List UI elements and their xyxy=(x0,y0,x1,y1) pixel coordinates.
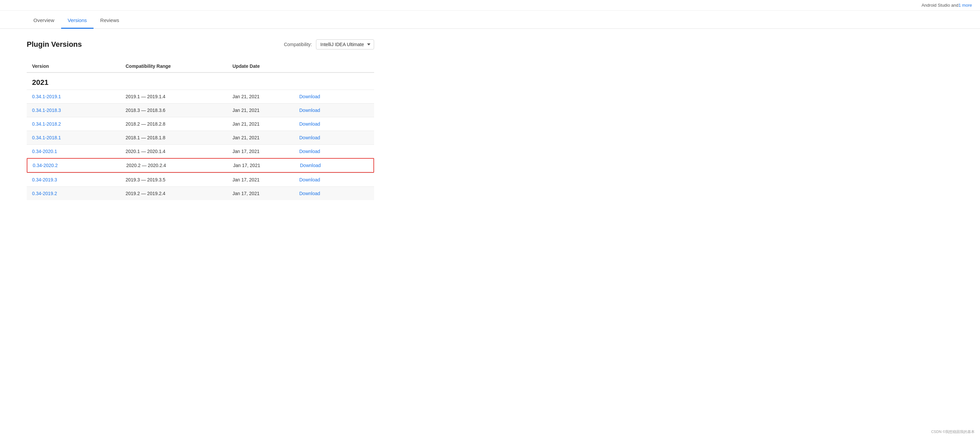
version-link[interactable]: 0.34-2019.2 xyxy=(32,191,126,196)
main-content: Plugin Versions Compatibility: IntelliJ … xyxy=(0,29,401,214)
top-bar-text: Android Studio and xyxy=(921,3,959,8)
download-button[interactable]: Download xyxy=(299,108,339,113)
compat-range: 2019.1 — 2019.1.4 xyxy=(126,94,232,99)
tab-versions[interactable]: Versions xyxy=(61,12,94,29)
download-button[interactable]: Download xyxy=(299,149,339,154)
page-title: Plugin Versions xyxy=(27,40,82,49)
version-link[interactable]: 0.34.1-2019.1 xyxy=(32,94,126,99)
tab-overview[interactable]: Overview xyxy=(27,12,61,29)
update-date: Jan 17, 2021 xyxy=(232,177,299,182)
download-button[interactable]: Download xyxy=(299,121,339,127)
table-row: 0.34-2020.1 2020.1 — 2020.1.4 Jan 17, 20… xyxy=(27,144,374,158)
table-row: 0.34.1-2018.2 2018.2 — 2018.2.8 Jan 21, … xyxy=(27,117,374,131)
section-header: Plugin Versions Compatibility: IntelliJ … xyxy=(27,40,374,49)
col-header-version: Version xyxy=(32,64,126,69)
version-link[interactable]: 0.34.1-2018.2 xyxy=(32,121,126,127)
update-date: Jan 21, 2021 xyxy=(232,94,299,99)
update-date: Jan 17, 2021 xyxy=(232,149,299,154)
table-header: Version Compatibility Range Update Date xyxy=(27,60,374,73)
compat-range: 2020.1 — 2020.1.4 xyxy=(126,149,232,154)
top-bar: Android Studio and 1 more xyxy=(0,0,980,11)
table-row: 0.34.1-2018.1 2018.1 — 2018.1.8 Jan 21, … xyxy=(27,131,374,144)
update-date: Jan 21, 2021 xyxy=(232,121,299,127)
compat-range: 2019.2 — 2019.2.4 xyxy=(126,191,232,196)
version-link[interactable]: 0.34.1-2018.3 xyxy=(32,108,126,113)
tab-reviews[interactable]: Reviews xyxy=(94,12,126,29)
compatibility-label: Compatibility: xyxy=(284,42,312,47)
download-button[interactable]: Download xyxy=(299,177,339,182)
download-button[interactable]: Download xyxy=(299,94,339,99)
compat-range: 2018.3 — 2018.3.6 xyxy=(126,108,232,113)
download-button[interactable]: Download xyxy=(299,135,339,140)
more-link[interactable]: 1 more xyxy=(959,3,972,8)
year-group-2021: 2021 0.34.1-2019.1 2019.1 — 2019.1.4 Jan… xyxy=(27,73,374,200)
update-date: Jan 17, 2021 xyxy=(232,191,299,196)
compat-range: 2020.2 — 2020.2.4 xyxy=(126,163,233,168)
compatibility-select[interactable]: IntelliJ IDEA Ultimate xyxy=(316,40,374,49)
compatibility-filter: Compatibility: IntelliJ IDEA Ultimate xyxy=(284,40,374,49)
compat-range: 2018.1 — 2018.1.8 xyxy=(126,135,232,140)
col-header-compatibility: Compatibility Range xyxy=(126,64,232,69)
table-row: 0.34.1-2018.3 2018.3 — 2018.3.6 Jan 21, … xyxy=(27,103,374,117)
year-label: 2021 xyxy=(27,73,374,89)
download-button[interactable]: Download xyxy=(299,191,339,196)
download-button[interactable]: Download xyxy=(300,163,340,168)
table-row: 0.34.1-2019.1 2019.1 — 2019.1.4 Jan 21, … xyxy=(27,89,374,103)
col-header-date: Update Date xyxy=(232,64,299,69)
update-date: Jan 17, 2021 xyxy=(233,163,300,168)
update-date: Jan 21, 2021 xyxy=(232,108,299,113)
version-link[interactable]: 0.34-2020.1 xyxy=(32,149,126,154)
version-link[interactable]: 0.34-2020.2 xyxy=(33,163,126,168)
compat-range: 2018.2 — 2018.2.8 xyxy=(126,121,232,127)
compat-range: 2019.3 — 2019.3.5 xyxy=(126,177,232,182)
col-header-action xyxy=(299,64,339,69)
table-row: 0.34-2019.3 2019.3 — 2019.3.5 Jan 17, 20… xyxy=(27,173,374,187)
version-link[interactable]: 0.34-2019.3 xyxy=(32,177,126,182)
tabs-navigation: Overview Versions Reviews xyxy=(0,12,980,29)
table-row-highlighted: 0.34-2020.2 2020.2 — 2020.2.4 Jan 17, 20… xyxy=(27,158,374,173)
table-row: 0.34-2019.2 2019.2 — 2019.2.4 Jan 17, 20… xyxy=(27,187,374,200)
update-date: Jan 21, 2021 xyxy=(232,135,299,140)
version-link[interactable]: 0.34.1-2018.1 xyxy=(32,135,126,140)
